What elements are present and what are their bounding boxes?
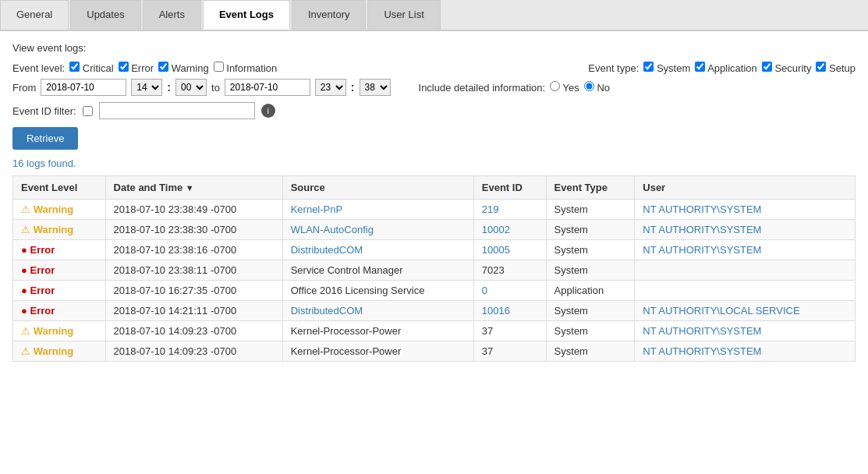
info-icon[interactable]: i: [261, 104, 275, 118]
cell-user[interactable]: NT AUTHORITY\SYSTEM: [635, 240, 856, 260]
eventid-input[interactable]: [99, 102, 255, 119]
type-setup-checkbox[interactable]: [816, 62, 826, 72]
event-id-link[interactable]: 0: [482, 285, 487, 296]
level-warning-label[interactable]: Warning: [158, 62, 209, 74]
from-hour-select[interactable]: 14: [131, 79, 162, 96]
col-event-id[interactable]: Event ID: [473, 176, 546, 200]
user-link[interactable]: NT AUTHORITY\SYSTEM: [643, 345, 761, 357]
type-setup-text: Setup: [829, 62, 856, 74]
col-event-level[interactable]: Event Level: [13, 176, 106, 200]
level-error-label[interactable]: Error: [119, 62, 154, 74]
cell-source[interactable]: WLAN-AutoConfig: [282, 220, 473, 240]
error-icon: ●: [21, 244, 27, 256]
to-date-input[interactable]: [225, 79, 310, 96]
cell-event-id[interactable]: 0: [473, 281, 546, 301]
cell-datetime: 2018-07-10 23:38:30 -0700: [105, 220, 282, 240]
user-link[interactable]: NT AUTHORITY\LOCAL SERVICE: [643, 305, 799, 317]
level-warning-checkbox[interactable]: [158, 62, 168, 72]
cell-user[interactable]: NT AUTHORITY\SYSTEM: [635, 341, 856, 362]
detail-yes-label[interactable]: Yes: [550, 81, 579, 94]
cell-event-id[interactable]: 10002: [473, 220, 546, 240]
type-application-label[interactable]: Application: [695, 62, 757, 74]
tab-user-list[interactable]: User List: [367, 0, 440, 30]
tab-updates[interactable]: Updates: [70, 0, 140, 30]
event-id-link[interactable]: 219: [482, 203, 499, 215]
eventid-checkbox[interactable]: [83, 106, 93, 116]
type-application-checkbox[interactable]: [695, 62, 705, 72]
source-link[interactable]: DistributedCOM: [291, 305, 363, 317]
level-warning-link[interactable]: Warning: [34, 345, 74, 357]
detail-yes-radio[interactable]: [550, 81, 560, 91]
type-system-checkbox[interactable]: [643, 62, 654, 72]
col-event-type[interactable]: Event Type: [546, 176, 635, 200]
col-user[interactable]: User: [635, 176, 856, 200]
error-icon: ●: [21, 264, 27, 276]
cell-event-level: ● Error: [13, 281, 106, 301]
level-error-link[interactable]: Error: [30, 264, 55, 276]
detail-label: Include detailed information:: [419, 82, 546, 94]
event-id-link[interactable]: 10005: [482, 244, 510, 256]
cell-event-id[interactable]: 10005: [473, 240, 546, 260]
detail-no-label[interactable]: No: [584, 81, 610, 94]
event-id-link[interactable]: 10002: [482, 224, 510, 235]
from-minute-select[interactable]: 00: [175, 79, 207, 96]
type-security-label[interactable]: Security: [762, 62, 812, 74]
level-information-checkbox[interactable]: [214, 62, 224, 72]
cell-event-id: 37: [473, 321, 546, 341]
type-setup-label[interactable]: Setup: [816, 62, 856, 74]
cell-source[interactable]: DistributedCOM: [282, 301, 473, 321]
level-error-link[interactable]: Error: [30, 244, 55, 256]
view-label: View event logs:: [12, 42, 856, 54]
user-link[interactable]: NT AUTHORITY\SYSTEM: [643, 244, 761, 256]
cell-event-id[interactable]: 10016: [473, 301, 546, 321]
source-link[interactable]: WLAN-AutoConfig: [291, 224, 374, 235]
user-link[interactable]: NT AUTHORITY\SYSTEM: [643, 224, 761, 235]
detail-no-text: No: [597, 82, 610, 94]
level-critical-label[interactable]: Critical: [69, 62, 113, 74]
level-error-link[interactable]: Error: [30, 305, 55, 317]
source-link[interactable]: Kernel-PnP: [291, 203, 342, 215]
cell-event-id[interactable]: 219: [473, 200, 546, 220]
level-warning-link[interactable]: Warning: [34, 325, 74, 337]
tab-event-logs[interactable]: Event Logs: [203, 0, 290, 30]
cell-user[interactable]: NT AUTHORITY\SYSTEM: [635, 200, 856, 220]
cell-user[interactable]: NT AUTHORITY\SYSTEM: [635, 321, 856, 341]
col-source[interactable]: Source: [282, 176, 473, 200]
retrieve-button[interactable]: Retrieve: [12, 127, 78, 150]
table-row: ⚠ Warning2018-07-10 14:09:23 -0700Kernel…: [13, 341, 856, 362]
level-error-link[interactable]: Error: [30, 285, 55, 296]
source-link[interactable]: DistributedCOM: [291, 244, 363, 256]
table-row: ⚠ Warning2018-07-10 23:38:49 -0700Kernel…: [13, 200, 856, 220]
from-date-input[interactable]: [41, 79, 126, 96]
to-minute-select[interactable]: 38: [360, 79, 391, 96]
main-content: View event logs: Event level: Critical E…: [0, 31, 868, 373]
tab-inventory[interactable]: Inventory: [292, 0, 366, 30]
user-link[interactable]: NT AUTHORITY\SYSTEM: [643, 203, 761, 215]
tab-alerts[interactable]: Alerts: [143, 0, 201, 30]
level-warning-link[interactable]: Warning: [34, 224, 74, 235]
level-critical-checkbox[interactable]: [69, 62, 80, 72]
to-hour-select[interactable]: 23: [315, 79, 346, 96]
type-security-checkbox[interactable]: [762, 62, 772, 72]
user-link[interactable]: NT AUTHORITY\SYSTEM: [643, 325, 761, 337]
event-id-link[interactable]: 10016: [482, 305, 510, 317]
level-information-label[interactable]: Information: [214, 62, 278, 74]
cell-source[interactable]: DistributedCOM: [282, 240, 473, 260]
cell-event-type: System: [546, 220, 635, 240]
cell-user: [635, 260, 856, 281]
col-date-time[interactable]: Date and Time ▼: [105, 176, 282, 200]
cell-source[interactable]: Kernel-PnP: [282, 200, 473, 220]
error-icon: ●: [21, 285, 27, 296]
type-system-label[interactable]: System: [643, 62, 690, 74]
cell-event-type: System: [546, 301, 635, 321]
detail-no-radio[interactable]: [584, 81, 594, 91]
warning-icon: ⚠: [21, 224, 30, 235]
tab-general[interactable]: General: [0, 0, 69, 30]
level-error-checkbox[interactable]: [119, 62, 129, 72]
cell-user[interactable]: NT AUTHORITY\SYSTEM: [635, 220, 856, 240]
cell-user[interactable]: NT AUTHORITY\LOCAL SERVICE: [635, 301, 856, 321]
cell-event-level: ● Error: [13, 301, 106, 321]
type-system-text: System: [657, 62, 690, 74]
cell-datetime: 2018-07-10 16:27:35 -0700: [105, 281, 282, 301]
level-warning-link[interactable]: Warning: [34, 203, 74, 215]
